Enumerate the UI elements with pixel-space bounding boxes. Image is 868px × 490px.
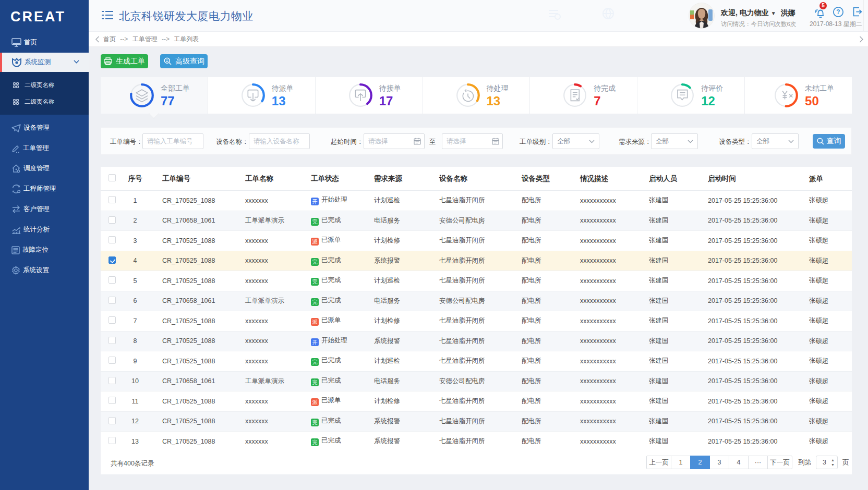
svg-text:?: ?: [836, 8, 840, 16]
